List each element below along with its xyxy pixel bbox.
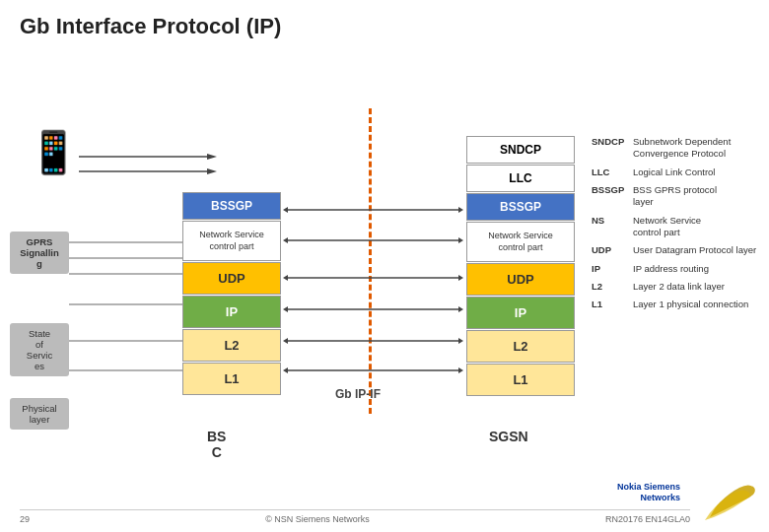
gprs-arrow-ns bbox=[69, 252, 187, 264]
bsc-stack: BSSGP Network Servicecontrol part UDP IP… bbox=[182, 192, 281, 396]
svg-marker-30 bbox=[458, 338, 463, 344]
arrow-llc bbox=[79, 166, 217, 179]
svg-marker-27 bbox=[458, 306, 463, 312]
nokia-siemens-logo: Nokia SiemensNetworks bbox=[617, 482, 680, 504]
bidir-udp bbox=[283, 272, 465, 286]
bsc-l2-block: L2 bbox=[182, 329, 281, 362]
footer: 29 © NSN Siemens Networks RN20176 EN14GL… bbox=[20, 509, 690, 524]
sgsn-label: SGSN bbox=[489, 429, 528, 444]
legend-l2: L2 Layer 2 data link layer bbox=[592, 281, 759, 293]
bsc-bssgp-block: BSSGP bbox=[182, 192, 281, 220]
legend-panel: SNDCP Subnetwork DependentConvergence Pr… bbox=[592, 136, 759, 317]
sgsn-l2-block: L2 bbox=[466, 330, 575, 363]
bsc-l1-block: L1 bbox=[182, 363, 281, 395]
svg-marker-18 bbox=[458, 207, 463, 213]
bsc-label: BSC bbox=[207, 429, 226, 460]
gprs-arrow-ip bbox=[69, 299, 187, 310]
sgsn-ip-block: IP bbox=[466, 297, 575, 329]
bidir-l2 bbox=[283, 335, 465, 349]
sgsn-l1-block: L1 bbox=[466, 364, 575, 396]
state-arrow-l2 bbox=[69, 335, 187, 347]
svg-marker-3 bbox=[207, 168, 217, 174]
svg-marker-33 bbox=[458, 367, 463, 373]
bidir-l1 bbox=[283, 365, 465, 378]
legend-ns: NS Network Servicecontrol part bbox=[592, 215, 759, 239]
footer-doc: RN20176 EN14GLA0 bbox=[605, 514, 690, 524]
gprs-signalling-label: GPRSSignalling bbox=[10, 232, 69, 274]
svg-marker-21 bbox=[458, 237, 463, 243]
bidir-ns bbox=[283, 234, 465, 248]
legend-sndcp: SNDCP Subnetwork DependentConvergence Pr… bbox=[592, 136, 759, 161]
legend-ip: IP IP address routing bbox=[592, 263, 759, 275]
gprs-arrow-udp bbox=[69, 268, 187, 280]
sgsn-sndcp-block: SNDCP bbox=[466, 136, 575, 164]
bsc-ip-block: IP bbox=[182, 296, 281, 328]
bidir-ip bbox=[283, 303, 465, 317]
nokia-bird-icon bbox=[700, 483, 759, 524]
gb-if-label: Gb IP-IF bbox=[335, 387, 381, 401]
svg-marker-1 bbox=[207, 154, 217, 160]
svg-marker-16 bbox=[283, 207, 288, 213]
svg-marker-19 bbox=[283, 237, 288, 243]
footer-copyright: © NSN Siemens Networks bbox=[265, 514, 370, 524]
svg-marker-28 bbox=[283, 338, 288, 344]
sgsn-llc-block: LLC bbox=[466, 165, 575, 192]
sgsn-ns-block: Network Servicecontrol part bbox=[466, 222, 575, 262]
page-title: Gb Interface Protocol (IP) bbox=[20, 14, 281, 39]
svg-marker-24 bbox=[458, 275, 463, 281]
svg-marker-31 bbox=[283, 367, 288, 373]
state-arrow-l1 bbox=[69, 365, 187, 376]
svg-marker-22 bbox=[283, 275, 288, 281]
footer-page: 29 bbox=[20, 514, 30, 524]
legend-l1: L1 Layer 1 physical connection bbox=[592, 299, 759, 310]
legend-udp: UDP User Datagram Protocol layer bbox=[592, 244, 759, 256]
physical-layer-label: Physicallayer bbox=[10, 398, 69, 430]
sgsn-bssgp-block: BSSGP bbox=[466, 193, 575, 221]
sgsn-stack: SNDCP LLC BSSGP Network Servicecontrol p… bbox=[466, 136, 575, 397]
svg-marker-25 bbox=[283, 306, 288, 312]
arrow-sndcp bbox=[79, 151, 217, 165]
gprs-arrow-bssgp bbox=[69, 236, 187, 248]
sgsn-udp-block: UDP bbox=[466, 263, 575, 296]
legend-llc: LLC Logical Link Control bbox=[592, 166, 759, 178]
bsc-ns-block: Network Servicecontrol part bbox=[182, 221, 281, 261]
phone-icon: 📱 bbox=[28, 128, 79, 176]
bidir-bssgp bbox=[283, 204, 465, 218]
bsc-udp-block: UDP bbox=[182, 262, 281, 295]
state-of-services-label: StateofServices bbox=[10, 323, 69, 376]
legend-bssgp: BSSGP BSS GPRS protocollayer bbox=[592, 184, 759, 209]
